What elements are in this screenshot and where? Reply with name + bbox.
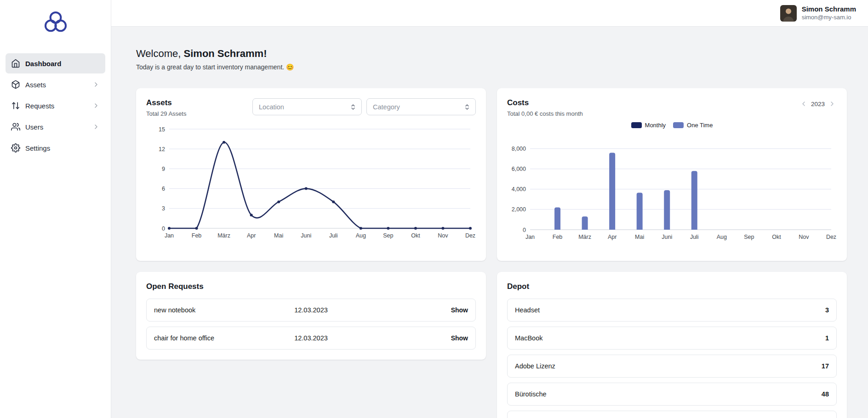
home-icon xyxy=(11,59,20,68)
chevron-up-down-icon xyxy=(349,103,357,111)
svg-text:Juni: Juni xyxy=(301,232,311,239)
svg-text:Nov: Nov xyxy=(438,232,448,239)
svg-text:Apr: Apr xyxy=(608,234,617,240)
open-requests-card: Open Requests new notebook 12.03.2023 Sh… xyxy=(136,272,486,360)
svg-text:Juli: Juli xyxy=(690,234,699,240)
svg-text:März: März xyxy=(578,234,591,240)
svg-text:Mai: Mai xyxy=(635,234,644,240)
depot-row: Adobe Lizenz 17 xyxy=(507,355,837,378)
welcome-greeting: Welcome, xyxy=(136,48,181,59)
svg-text:9: 9 xyxy=(162,166,165,172)
svg-text:0: 0 xyxy=(523,227,526,233)
sidebar-item-users[interactable]: Users xyxy=(6,117,105,137)
svg-text:März: März xyxy=(217,232,230,239)
depot-item-name: Headset xyxy=(515,306,540,314)
depot-row: Bürotische 48 xyxy=(507,383,837,406)
sidebar-item-label: Dashboard xyxy=(25,60,100,68)
show-link[interactable]: Show xyxy=(363,334,468,342)
svg-text:Nov: Nov xyxy=(799,234,809,240)
assets-card-subtitle: Total 29 Assets xyxy=(146,110,186,117)
year-navigation: 2023 xyxy=(799,99,837,108)
costs-bar-chart: 02,0004,0006,0008,000JanFebMärzAprMaiJun… xyxy=(507,135,837,245)
assets-line-chart: 03691215JanFebMärzAprMaiJuniJuliAugSepOk… xyxy=(146,124,476,244)
users-icon xyxy=(11,122,20,131)
svg-text:Juni: Juni xyxy=(662,234,672,240)
svg-text:0: 0 xyxy=(162,226,165,232)
svg-text:6: 6 xyxy=(162,186,165,192)
depot-row: Printer Paper for storage 30 xyxy=(507,411,837,418)
depot-count: 1 xyxy=(825,334,829,342)
user-name: Simon Schramm xyxy=(802,5,856,14)
welcome-name: Simon Schramm! xyxy=(184,48,267,59)
sidebar-item-dashboard[interactable]: Dashboard xyxy=(6,53,105,73)
svg-text:Jan: Jan xyxy=(525,234,535,240)
dashboard-cards: Assets Total 29 Assets Location Category xyxy=(136,88,847,418)
costs-card: Costs Total 0,00 € costs this month 2023 xyxy=(497,88,847,261)
sidebar-item-label: Assets xyxy=(25,81,87,89)
svg-text:Apr: Apr xyxy=(247,232,256,239)
request-row: chair for home office 12.03.2023 Show xyxy=(146,327,476,350)
app-logo[interactable] xyxy=(0,0,111,40)
top-header: Simon Schramm simon@my-sam.io xyxy=(111,0,868,27)
depot-card: Depot Headset 3 MacBook 1 Adobe Lizenz 1… xyxy=(497,272,847,418)
assets-card: Assets Total 29 Assets Location Category xyxy=(136,88,486,261)
svg-text:Okt: Okt xyxy=(411,232,420,239)
year-label: 2023 xyxy=(811,101,825,107)
main-content: Welcome, Simon Schramm! Today is a great… xyxy=(111,27,868,418)
chevron-right-icon xyxy=(92,123,100,130)
svg-text:2,000: 2,000 xyxy=(512,206,526,213)
svg-text:Feb: Feb xyxy=(192,232,202,239)
depot-item-name: Bürotische xyxy=(515,390,547,398)
sidebar-item-requests[interactable]: Requests xyxy=(6,96,105,116)
costs-legend: Monthly One Time xyxy=(507,122,837,129)
show-link[interactable]: Show xyxy=(363,306,468,314)
svg-text:Dez: Dez xyxy=(826,234,836,240)
svg-text:Okt: Okt xyxy=(772,234,781,240)
category-select-value: Category xyxy=(373,103,400,111)
location-select-value: Location xyxy=(259,103,284,111)
chevron-right-icon xyxy=(828,100,836,107)
svg-text:Sep: Sep xyxy=(744,234,754,240)
svg-text:Juli: Juli xyxy=(329,232,338,239)
user-avatar xyxy=(780,5,797,22)
year-next-button[interactable] xyxy=(828,99,837,108)
svg-text:Aug: Aug xyxy=(717,234,727,240)
chevron-left-icon xyxy=(800,100,807,107)
svg-text:8,000: 8,000 xyxy=(512,146,526,152)
depot-row: MacBook 1 xyxy=(507,327,837,350)
svg-text:3: 3 xyxy=(162,205,165,212)
sidebar-item-label: Users xyxy=(25,123,87,131)
request-date: 12.03.2023 xyxy=(259,306,364,314)
sidebar-item-label: Settings xyxy=(25,144,100,152)
assets-filters: Location Category xyxy=(252,98,476,115)
costs-card-subtitle: Total 0,00 € costs this month xyxy=(507,110,583,117)
gear-icon xyxy=(11,143,20,153)
sidebar-item-settings[interactable]: Settings xyxy=(6,138,105,158)
category-select[interactable]: Category xyxy=(366,98,476,115)
svg-text:Jan: Jan xyxy=(165,232,174,239)
location-select[interactable]: Location xyxy=(252,98,362,115)
user-email: simon@my-sam.io xyxy=(802,14,856,21)
welcome-heading: Welcome, Simon Schramm! xyxy=(136,48,847,60)
sidebar-item-assets[interactable]: Assets xyxy=(6,74,105,95)
svg-text:12: 12 xyxy=(159,146,165,153)
user-menu[interactable]: Simon Schramm simon@my-sam.io xyxy=(780,5,856,22)
arrows-up-down-icon xyxy=(11,101,20,110)
legend-item-monthly: Monthly xyxy=(631,122,666,129)
welcome-subtitle: Today is a great day to start inventory … xyxy=(136,63,847,71)
legend-swatch-one-time xyxy=(673,122,684,128)
chevron-right-icon xyxy=(92,81,100,88)
logo-icon xyxy=(41,9,70,36)
request-row: new notebook 12.03.2023 Show xyxy=(146,299,476,322)
assets-card-title: Assets xyxy=(146,98,186,107)
year-prev-button[interactable] xyxy=(799,99,808,108)
depot-count: 3 xyxy=(825,306,829,314)
depot-row: Headset 3 xyxy=(507,299,837,322)
legend-item-one-time: One Time xyxy=(673,122,713,129)
svg-text:Feb: Feb xyxy=(553,234,563,240)
request-name: new notebook xyxy=(154,306,259,314)
depot-item-name: MacBook xyxy=(515,334,542,342)
svg-text:Sep: Sep xyxy=(383,232,393,239)
costs-card-title: Costs xyxy=(507,98,583,107)
svg-text:4,000: 4,000 xyxy=(512,186,526,192)
